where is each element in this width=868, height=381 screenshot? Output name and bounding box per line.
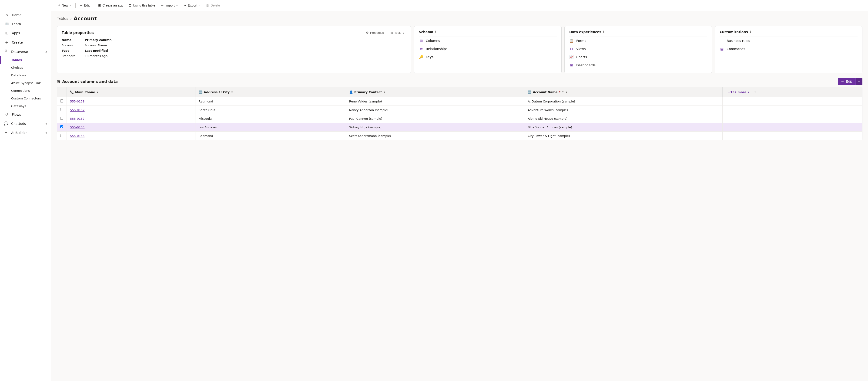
dashboards-label: Dashboards	[576, 63, 596, 67]
sidebar-item-custom-connectors[interactable]: Custom Connectors	[0, 94, 51, 102]
sidebar-item-apps[interactable]: ⊞ Apps	[0, 28, 51, 37]
extra-cell	[722, 97, 862, 106]
sidebar-item-dataflows[interactable]: Dataflows	[0, 71, 51, 79]
sidebar-item-azure-synapse[interactable]: Azure Synapse Link	[0, 79, 51, 87]
using-table-label: Using this table	[133, 3, 155, 7]
delete-icon: 🗑	[206, 3, 209, 7]
forms-link[interactable]: 📋 Forms	[569, 36, 707, 45]
row-checkbox[interactable]	[57, 97, 67, 106]
table-properties-title: Table properties	[62, 31, 94, 35]
data-edit-button[interactable]: ✏ Edit	[838, 78, 856, 85]
export-button[interactable]: → Export ∨	[181, 2, 203, 9]
sidebar-item-choices[interactable]: Choices	[0, 64, 51, 71]
row-select[interactable]	[60, 108, 63, 111]
sidebar-item-create[interactable]: + Create	[0, 37, 51, 47]
new-button[interactable]: + New ∨	[56, 2, 73, 9]
tools-button[interactable]: ⊞ Tools ∨	[389, 30, 406, 35]
row-select[interactable]	[60, 117, 63, 120]
table-row[interactable]: 555-0152 Santa Cruz Nancy Anderson (samp…	[57, 106, 862, 114]
schema-columns-link[interactable]: ▦ Columns	[419, 36, 557, 45]
choices-label: Choices	[11, 66, 23, 69]
main-phone-header[interactable]: 📞 Main Phone ∨	[67, 87, 195, 97]
sidebar-section-ai-builder[interactable]: ✦ AI Builder ∨	[0, 128, 51, 137]
sidebar-section-chatbots[interactable]: 💬 Chatbots ∨	[0, 119, 51, 128]
schema-keys-link[interactable]: 🔑 Keys	[419, 53, 557, 61]
schema-relationships-link[interactable]: ⇌ Relationships	[419, 45, 557, 53]
phone-link[interactable]: 555-0155	[70, 134, 85, 138]
table-row[interactable]: 555-0155 Redmond Scott Konersmann (sampl…	[57, 131, 862, 140]
sidebar-item-home[interactable]: ⌂ Home	[0, 10, 51, 19]
phone-link[interactable]: 555-0154	[70, 125, 85, 129]
edit-dropdown-button[interactable]: ∨	[856, 78, 862, 85]
table-row[interactable]: 555-0157 Missoula Paul Cannon (sample) A…	[57, 114, 862, 123]
phone-link[interactable]: 555-0157	[70, 117, 85, 120]
row-select[interactable]	[60, 134, 63, 137]
more-columns-header[interactable]: +152 more ∨ +	[722, 87, 862, 97]
phone-link[interactable]: 555-0158	[70, 100, 85, 103]
chevron-down-icon: ∨	[45, 122, 47, 125]
data-exp-info-icon: ℹ	[603, 30, 604, 34]
row-checkbox[interactable]	[57, 106, 67, 114]
address-city-header[interactable]: 🔤 Address 1: City ∨	[195, 87, 346, 97]
dashboards-link[interactable]: ⊞ Dashboards	[569, 61, 707, 69]
sidebar-section-dataverse[interactable]: 🗄 Dataverse ∧	[0, 47, 51, 56]
row-checkbox[interactable]	[57, 114, 67, 123]
row-checkbox[interactable]	[57, 123, 67, 131]
hamburger-menu[interactable]: ☰	[0, 2, 51, 10]
more-columns-label: +152 more	[728, 90, 746, 94]
sidebar-item-label: Home	[12, 13, 22, 17]
data-section-header: ⊞ Account columns and data ✏ Edit ∨	[57, 78, 862, 85]
main-phone-dropdown-icon[interactable]: ∨	[97, 91, 98, 93]
sidebar-item-learn[interactable]: 📖 Learn	[0, 19, 51, 28]
account-name-header[interactable]: 🔤 Account Name * ↑ ∨	[524, 87, 722, 97]
using-table-button[interactable]: ⊡ Using this table	[126, 2, 157, 9]
chevron-down-icon-2: ∨	[45, 131, 47, 135]
sidebar-item-flows[interactable]: ↺ Flows	[0, 110, 51, 119]
commands-label: Commands	[726, 47, 745, 51]
create-icon: +	[4, 40, 9, 45]
primary-col-label: Primary column	[85, 38, 112, 42]
azure-synapse-label: Azure Synapse Link	[11, 81, 41, 85]
breadcrumb-tables[interactable]: Tables	[57, 16, 68, 21]
sidebar-item-tables[interactable]: Tables	[0, 56, 51, 64]
edit-button[interactable]: ✏ Edit	[78, 2, 92, 9]
schema-card: Schema ℹ ▦ Columns ⇌ Relationships 🔑 Key…	[414, 26, 562, 73]
export-icon: →	[183, 3, 187, 7]
address-city-dropdown-icon[interactable]: ∨	[231, 91, 233, 93]
commands-icon: ▤	[720, 47, 724, 51]
import-label: Import	[165, 3, 175, 7]
primary-contact-header[interactable]: 👤 Primary Contact ∨	[346, 87, 524, 97]
business-rules-link[interactable]: ⋮ Business rules	[720, 36, 858, 45]
new-dropdown-icon: ∨	[69, 4, 71, 7]
create-app-button[interactable]: ⊞ Create an app	[96, 2, 125, 9]
contact-cell: Sidney Higa (sample)	[346, 123, 524, 131]
account-cell: City Power & Light (sample)	[524, 131, 722, 140]
account-name-label: Account Name	[533, 90, 557, 94]
more-columns-btn[interactable]: +152 more ∨	[726, 90, 752, 94]
phone-link[interactable]: 555-0152	[70, 108, 85, 112]
properties-button[interactable]: ⚙ Properties	[364, 30, 386, 35]
table-row[interactable]: 555-0158 Redmond Rene Valdes (sample) A.…	[57, 97, 862, 106]
sidebar-item-gateways[interactable]: Gateways	[0, 102, 51, 110]
row-select[interactable]	[60, 99, 63, 102]
add-column-button[interactable]: +	[753, 90, 757, 94]
delete-button[interactable]: 🗑 Delete	[204, 2, 222, 9]
name-value: Account	[62, 43, 75, 47]
table-row[interactable]: 555-0154 Los Angeles Sidney Higa (sample…	[57, 123, 862, 131]
required-star: *	[559, 90, 560, 94]
content-area: Tables › Account Table properties ⚙ Prop…	[51, 11, 868, 381]
sidebar-item-label: Apps	[12, 31, 20, 35]
account-name-dropdown-icon[interactable]: ∨	[565, 91, 567, 93]
row-checkbox[interactable]	[57, 131, 67, 140]
sidebar: ☰ ⌂ Home 📖 Learn ⊞ Apps + Create 🗄 Datav…	[0, 0, 51, 381]
custom-title: Customizations ℹ	[720, 30, 858, 34]
import-button[interactable]: ← Import ∨	[158, 2, 180, 9]
commands-link[interactable]: ▤ Commands	[720, 45, 858, 53]
views-link[interactable]: ⊡ Views	[569, 45, 707, 53]
dataverse-icon: 🗄	[4, 49, 8, 54]
primary-contact-dropdown-icon[interactable]: ∨	[383, 91, 385, 93]
row-select[interactable]	[60, 125, 63, 128]
charts-link[interactable]: 📈 Charts	[569, 53, 707, 61]
data-section-label: Account columns and data	[62, 80, 118, 84]
sidebar-item-connections[interactable]: Connections	[0, 87, 51, 94]
